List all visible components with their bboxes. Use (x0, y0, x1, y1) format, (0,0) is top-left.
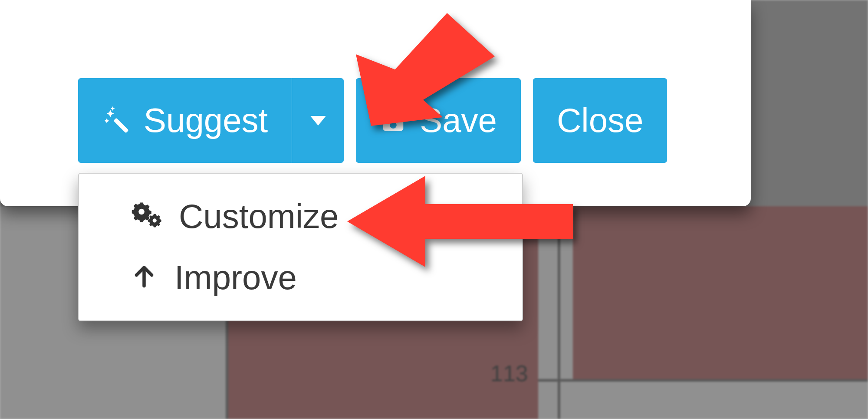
annotation-arrow-side (347, 176, 573, 267)
close-button[interactable]: Close (533, 78, 667, 163)
caret-down-icon (310, 116, 326, 125)
gears-icon (131, 197, 161, 236)
svg-marker-2 (347, 176, 573, 267)
suggest-label: Suggest (144, 101, 268, 140)
magic-wand-icon (102, 106, 131, 135)
annotation-arrow-top (356, 4, 495, 126)
suggest-dropdown-toggle[interactable] (292, 78, 344, 163)
suggest-button-group: Suggest (78, 78, 344, 163)
improve-label: Improve (174, 258, 297, 297)
svg-marker-1 (356, 13, 495, 126)
arrow-up-icon (131, 258, 157, 297)
customize-label: Customize (179, 197, 339, 236)
suggest-button[interactable]: Suggest (78, 78, 292, 163)
close-label: Close (557, 101, 643, 140)
